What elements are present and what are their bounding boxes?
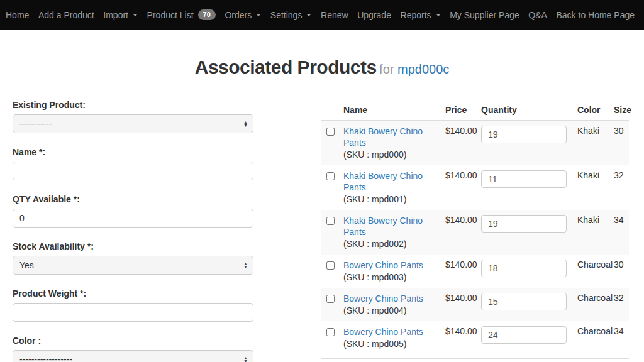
table-row: Khaki Bowery Chino Pants (SKU : mpd002) … bbox=[321, 210, 629, 255]
nav-item-home[interactable]: Home bbox=[3, 10, 32, 20]
page-header: Associated Products for mpd000c bbox=[0, 30, 644, 87]
field-color: Color : ------------------ ▲▼ bbox=[13, 336, 253, 362]
product-color: Charcoal bbox=[572, 288, 609, 321]
qty-available-input[interactable] bbox=[13, 209, 253, 228]
page-title: Associated Products bbox=[195, 57, 377, 77]
product-weight-input[interactable] bbox=[13, 303, 253, 322]
nav-item-label: Renew bbox=[321, 10, 348, 20]
quantity-input[interactable] bbox=[481, 215, 567, 233]
nav-item-label: Orders bbox=[225, 10, 252, 20]
row-checkbox[interactable] bbox=[326, 261, 335, 270]
existing-product-label: Existing Product: bbox=[13, 100, 253, 110]
header-checkbox-col bbox=[321, 100, 338, 121]
nav-item-settings[interactable]: Settings bbox=[267, 10, 315, 20]
stock-availability-select[interactable]: Yes bbox=[13, 256, 253, 275]
nav-item-add-a-product[interactable]: Add a Product bbox=[35, 10, 97, 20]
product-color: Charcoal bbox=[572, 255, 609, 288]
nav-item-renew[interactable]: Renew bbox=[318, 10, 352, 20]
add-product-form: Existing Product: ----------- ▲▼ Name *:… bbox=[13, 100, 253, 362]
row-checkbox[interactable] bbox=[326, 172, 335, 180]
page-subtitle-prefix: for bbox=[379, 62, 397, 76]
quantity-input[interactable] bbox=[481, 170, 567, 188]
product-price: $140.00 bbox=[440, 121, 476, 166]
existing-product-select[interactable]: ----------- bbox=[13, 114, 253, 133]
table-row: Bowery Chino Pants (SKU : mpd005) $140.0… bbox=[321, 321, 629, 354]
product-code-link[interactable]: mpd000c bbox=[397, 62, 449, 76]
nav-item-label: Q&A bbox=[528, 10, 547, 20]
row-checkbox[interactable] bbox=[326, 295, 335, 303]
header-name: Name bbox=[338, 100, 440, 121]
product-price: $140.00 bbox=[440, 210, 476, 255]
nav-item-label: Home bbox=[6, 10, 29, 20]
row-checkbox[interactable] bbox=[326, 128, 335, 136]
associated-products-table: Name Price Quantity Color Size Khaki Bow… bbox=[321, 100, 629, 354]
product-name-link[interactable]: Bowery Chino Pants bbox=[343, 326, 423, 337]
nav-item-import[interactable]: Import bbox=[100, 10, 141, 20]
field-name: Name *: bbox=[13, 147, 253, 180]
product-sku: (SKU : mpd004) bbox=[343, 305, 435, 316]
product-price: $140.00 bbox=[440, 255, 476, 288]
nav-item-label: Settings bbox=[270, 10, 303, 20]
caret-down-icon bbox=[306, 14, 311, 16]
product-name-link[interactable]: Khaki Bowery Chino Pants bbox=[343, 170, 435, 193]
header-size: Size bbox=[609, 100, 629, 121]
nav-item-back-to-home[interactable]: Back to Home Page bbox=[553, 10, 638, 20]
nav-item-label: Product List bbox=[147, 10, 194, 20]
header-quantity: Quantity bbox=[476, 100, 572, 121]
table-row: Bowery Chino Pants (SKU : mpd003) $140.0… bbox=[321, 255, 629, 288]
product-size: 34 bbox=[609, 210, 629, 255]
color-select[interactable]: ------------------ bbox=[13, 350, 253, 362]
stock-availability-label: Stock Availability *: bbox=[13, 241, 253, 251]
qty-available-label: QTY Available *: bbox=[13, 194, 253, 204]
product-color: Khaki bbox=[572, 210, 609, 255]
field-stock-availability: Stock Availability *: Yes ▲▼ bbox=[13, 241, 253, 275]
header-color: Color bbox=[572, 100, 609, 121]
quantity-input[interactable] bbox=[481, 326, 567, 344]
nav-item-label: My Supplier Page bbox=[450, 10, 519, 20]
caret-down-icon bbox=[133, 14, 138, 16]
quantity-input[interactable] bbox=[481, 293, 567, 310]
nav-item-reports[interactable]: Reports bbox=[397, 10, 444, 20]
product-size: 32 bbox=[609, 165, 629, 210]
nav-item-orders[interactable]: Orders bbox=[221, 10, 264, 20]
nav-item-upgrade[interactable]: Upgrade bbox=[354, 10, 394, 20]
product-name-link[interactable]: Khaki Bowery Chino Pants bbox=[343, 215, 435, 238]
name-label: Name *: bbox=[13, 147, 253, 157]
row-checkbox[interactable] bbox=[326, 217, 335, 225]
product-price: $140.00 bbox=[440, 288, 476, 321]
field-existing-product: Existing Product: ----------- ▲▼ bbox=[13, 100, 253, 133]
product-count-badge: 70 bbox=[198, 9, 216, 20]
table-row: Khaki Bowery Chino Pants (SKU : mpd001) … bbox=[321, 165, 629, 210]
associated-products-panel: Name Price Quantity Color Size Khaki Bow… bbox=[321, 100, 629, 362]
quantity-input[interactable] bbox=[481, 260, 567, 277]
table-header-row: Name Price Quantity Color Size bbox=[321, 100, 629, 121]
product-sku: (SKU : mpd003) bbox=[343, 272, 435, 283]
table-row: Bowery Chino Pants (SKU : mpd004) $140.0… bbox=[321, 288, 629, 321]
nav-item-my-supplier-page[interactable]: My Supplier Page bbox=[447, 10, 523, 20]
product-sku: (SKU : mpd001) bbox=[343, 194, 435, 205]
caret-down-icon bbox=[436, 14, 441, 16]
top-navbar: Home Add a Product Import Product List 7… bbox=[0, 0, 644, 30]
nav-item-qa[interactable]: Q&A bbox=[525, 10, 550, 20]
nav-item-label: Import bbox=[103, 10, 128, 20]
name-input[interactable] bbox=[13, 162, 253, 180]
row-checkbox[interactable] bbox=[326, 328, 335, 336]
nav-item-label: Upgrade bbox=[357, 10, 391, 20]
product-weight-label: Product Weight *: bbox=[13, 288, 253, 299]
quantity-input[interactable] bbox=[481, 126, 567, 143]
product-color: Charcoal bbox=[572, 321, 609, 354]
header-price: Price bbox=[440, 100, 476, 121]
color-label: Color : bbox=[13, 336, 253, 346]
product-name-link[interactable]: Bowery Chino Pants bbox=[343, 260, 423, 271]
product-price: $140.00 bbox=[440, 321, 476, 354]
product-sku: (SKU : mpd002) bbox=[343, 238, 435, 250]
nav-item-product-list[interactable]: Product List 70 bbox=[144, 9, 219, 20]
field-product-weight: Product Weight *: bbox=[13, 288, 253, 322]
table-actions: Update Stock Unlink Products Remove Prod… bbox=[321, 358, 629, 362]
product-name-link[interactable]: Bowery Chino Pants bbox=[343, 293, 423, 304]
product-name-link[interactable]: Khaki Bowery Chino Pants bbox=[343, 126, 435, 148]
product-sku: (SKU : mpd000) bbox=[343, 149, 435, 160]
caret-down-icon bbox=[256, 14, 261, 16]
nav-item-label: Reports bbox=[401, 10, 431, 20]
nav-item-label: Add a Product bbox=[38, 10, 94, 20]
